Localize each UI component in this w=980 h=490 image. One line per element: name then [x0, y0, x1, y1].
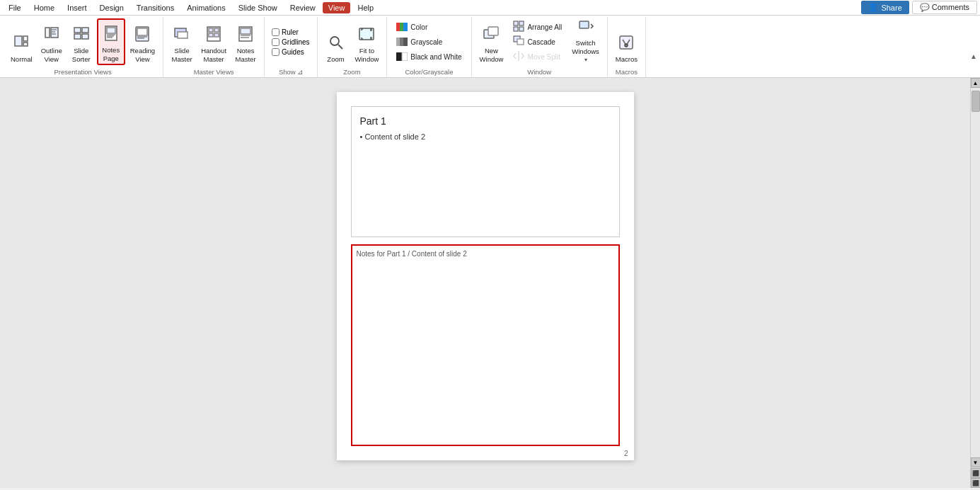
switch-windows-button[interactable]: SwitchWindows ▾	[568, 18, 603, 65]
scroll-track[interactable]	[971, 88, 980, 457]
scroll-thumb[interactable]	[972, 91, 980, 112]
ribbon-group-color: Color Grayscale	[387, 17, 471, 77]
black-white-label: Black and White	[410, 53, 461, 61]
menu-animations[interactable]: Animations	[181, 2, 231, 13]
handout-master-button[interactable]: HandoutMaster	[197, 18, 230, 65]
ribbon-collapse-button[interactable]: ▲	[970, 52, 977, 60]
gridlines-check[interactable]	[272, 38, 279, 46]
ruler-check[interactable]	[272, 28, 279, 36]
switch-windows-label: SwitchWindows	[572, 39, 599, 55]
scroll-page-up[interactable]: ⬛	[971, 468, 981, 478]
cascade-icon	[513, 35, 524, 48]
ribbon-group-master-views: SlideMaster HandoutMaster	[163, 17, 265, 77]
cascade-label: Cascade	[527, 38, 555, 46]
svg-rect-1	[23, 36, 28, 41]
reading-view-button[interactable]: ReadingView	[127, 18, 158, 65]
comments-button[interactable]: 💬 Comments	[912, 1, 977, 14]
ribbon-group-presentation-views: Normal OutlineView	[3, 17, 163, 77]
normal-view-button[interactable]: Normal	[7, 18, 36, 65]
color-label: Color	[410, 23, 427, 31]
show-expand-icon[interactable]: ⊿	[297, 68, 303, 76]
slide-master-label: SlideMaster	[172, 47, 192, 63]
presentation-views-buttons: Normal OutlineView	[7, 18, 158, 68]
ribbon-group-zoom: Zoom Fit toWindow Zoom	[318, 17, 388, 77]
notes-page-label: NotesPage	[102, 46, 120, 62]
switch-windows-icon	[577, 18, 594, 38]
vertical-scrollbar[interactable]: ▲ ▼ ⬛ ⬛	[970, 78, 980, 488]
window-stack: Arrange All Cascade	[508, 18, 567, 65]
menu-view[interactable]: View	[323, 2, 351, 13]
window-label: Window	[476, 68, 603, 77]
macros-button[interactable]: Macros	[612, 18, 641, 65]
svg-rect-0	[15, 36, 22, 46]
grayscale-icon	[396, 38, 408, 46]
color-buttons: Color Grayscale	[391, 18, 466, 68]
ribbon-group-window: NewWindow Arrange All	[472, 17, 608, 77]
menu-help[interactable]: Help	[352, 2, 379, 13]
grayscale-button[interactable]: Grayscale	[391, 35, 466, 49]
svg-rect-26	[209, 33, 213, 37]
notes-page-button[interactable]: NotesPage	[97, 18, 125, 65]
gridlines-checkbox[interactable]: Gridlines	[269, 38, 312, 47]
svg-rect-44	[488, 27, 498, 35]
presentation-views-label: Presentation Views	[7, 68, 158, 77]
svg-rect-50	[517, 39, 524, 45]
zoom-icon	[328, 34, 345, 54]
outline-icon	[43, 25, 60, 45]
show-checkboxes: Ruler Gridlines Guides	[269, 18, 312, 65]
ruler-checkbox[interactable]: Ruler	[269, 28, 312, 37]
arrange-all-button[interactable]: Arrange All	[508, 20, 567, 34]
show-buttons: Ruler Gridlines Guides	[269, 18, 312, 68]
ribbon: Normal OutlineView	[0, 16, 980, 78]
slide-area: Part 1 • Content of slide 2 Notes for Pa…	[0, 78, 970, 488]
svg-rect-41	[396, 52, 402, 61]
svg-line-33	[338, 45, 342, 49]
scroll-down-button[interactable]: ▼	[971, 457, 981, 467]
fit-to-window-button[interactable]: Fit toWindow	[352, 18, 383, 65]
scroll-up-button[interactable]: ▲	[971, 78, 981, 88]
notes-master-button[interactable]: NotesMaster	[231, 18, 260, 65]
menu-file[interactable]: File	[3, 2, 27, 13]
svg-rect-39	[400, 38, 403, 46]
new-window-button[interactable]: NewWindow	[476, 18, 507, 65]
menu-slideshow[interactable]: Slide Show	[233, 2, 283, 13]
menu-design[interactable]: Design	[94, 2, 129, 13]
zoom-label-group: Zoom	[322, 68, 383, 77]
menu-home[interactable]: Home	[28, 2, 60, 13]
zoom-label: Zoom	[327, 55, 344, 63]
move-split-button[interactable]: Move Split	[508, 50, 567, 64]
slide-preview: Part 1 • Content of slide 2	[351, 106, 620, 237]
new-window-icon	[483, 25, 500, 45]
menu-bar: File Home Insert Design Transitions Anim…	[0, 0, 980, 16]
svg-rect-18	[137, 28, 147, 35]
handout-master-icon	[205, 25, 222, 45]
switch-windows-arrow: ▾	[584, 57, 587, 63]
menu-insert[interactable]: Insert	[62, 2, 93, 13]
slide-master-button[interactable]: SlideMaster	[168, 18, 196, 65]
svg-rect-29	[241, 28, 250, 34]
arrange-all-icon	[513, 21, 524, 33]
menu-review[interactable]: Review	[284, 2, 321, 13]
svg-rect-40	[403, 38, 408, 46]
zoom-button[interactable]: Zoom	[322, 18, 350, 65]
guides-check[interactable]	[272, 48, 279, 56]
master-views-label: Master Views	[168, 68, 260, 77]
menu-transitions[interactable]: Transitions	[131, 2, 180, 13]
macros-label-group: Macros	[612, 68, 641, 77]
move-split-icon	[513, 50, 524, 63]
notes-area[interactable]: Notes for Part 1 / Content of slide 2	[351, 244, 620, 446]
share-button[interactable]: 👤 Share	[861, 1, 909, 14]
slide-sorter-label: SlideSorter	[72, 47, 91, 63]
cascade-button[interactable]: Cascade	[508, 35, 567, 49]
black-white-button[interactable]: Black and White	[391, 50, 466, 64]
show-label: Show ⊿	[269, 68, 312, 77]
svg-point-56	[625, 44, 628, 47]
ribbon-group-macros: Macros Macros	[608, 17, 646, 77]
scroll-page-down[interactable]: ⬛	[971, 478, 981, 488]
guides-checkbox[interactable]: Guides	[269, 47, 312, 57]
slide-sorter-button[interactable]: SlideSorter	[67, 18, 96, 65]
color-button[interactable]: Color	[391, 20, 466, 34]
reading-view-label: ReadingView	[130, 47, 155, 63]
svg-rect-4	[51, 28, 58, 38]
outline-view-button[interactable]: OutlineView	[38, 18, 66, 65]
